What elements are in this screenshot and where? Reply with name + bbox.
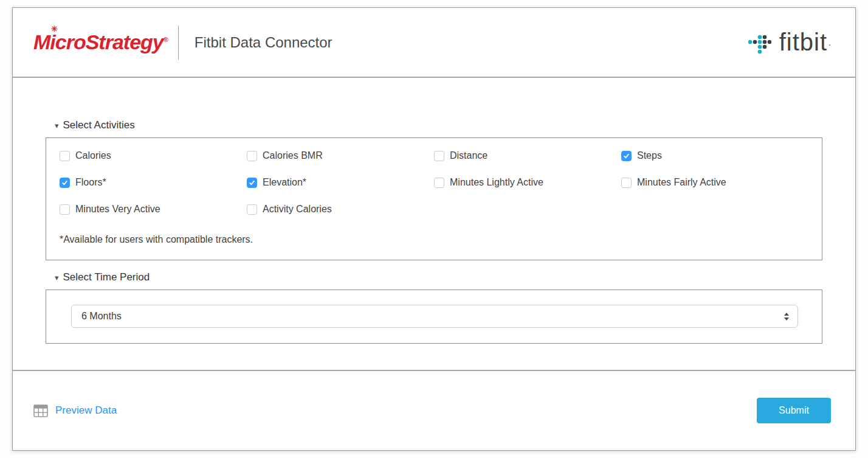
fitbit-dots-icon	[748, 35, 771, 54]
activity-label[interactable]: Steps	[637, 150, 662, 161]
activity-item: Activity Calories	[247, 204, 434, 215]
activity-checkbox[interactable]	[621, 151, 632, 161]
gear-icon: ✳	[51, 24, 58, 33]
section-label: Select Activities	[63, 119, 135, 131]
activity-checkbox[interactable]	[621, 178, 632, 188]
time-period-select[interactable]: 6 Months	[71, 305, 798, 328]
activity-label[interactable]: Activity Calories	[263, 204, 332, 215]
select-updown-icon	[784, 313, 789, 321]
activity-item: Minutes Very Active	[60, 204, 247, 215]
submit-button[interactable]: Submit	[757, 398, 831, 423]
activity-item: Elevation*	[247, 177, 434, 188]
preview-data-link[interactable]: Preview Data	[33, 404, 117, 417]
activity-item: Minutes Lightly Active	[434, 177, 621, 188]
microstrategy-logo: MicroStrategy® ✳	[33, 30, 168, 54]
activity-item: Calories BMR	[247, 150, 434, 161]
activity-item: Steps	[621, 150, 808, 161]
activity-checkbox[interactable]	[60, 151, 70, 161]
activity-label[interactable]: Calories	[75, 150, 111, 161]
activity-label[interactable]: Floors*	[75, 177, 106, 188]
activity-checkbox[interactable]	[247, 151, 257, 161]
activity-item: Floors*	[60, 177, 247, 188]
activity-label[interactable]: Minutes Very Active	[75, 204, 160, 215]
registered-mark: ®	[164, 36, 168, 43]
activity-checkbox[interactable]	[60, 204, 70, 215]
microstrategy-wordmark: MicroStrategy	[33, 30, 164, 54]
time-period-value: 6 Months	[81, 311, 122, 322]
activity-checkbox[interactable]	[247, 178, 257, 188]
section-label: Select Time Period	[63, 271, 150, 283]
fitbit-trademark-dot: .	[828, 38, 831, 47]
header-divider	[178, 26, 179, 60]
check-icon	[623, 153, 630, 159]
fitbit-wordmark: fitbit	[779, 29, 827, 56]
activity-checkbox[interactable]	[434, 151, 444, 161]
activity-label[interactable]: Minutes Fairly Active	[637, 177, 726, 188]
table-grid-icon	[33, 404, 48, 417]
activity-item: Distance	[434, 150, 621, 161]
connector-window: MicroStrategy® ✳ Fitbit Data Connector f…	[12, 7, 856, 451]
preview-data-label: Preview Data	[55, 404, 117, 417]
page-title: Fitbit Data Connector	[195, 34, 332, 51]
footer: Preview Data Submit	[13, 370, 855, 450]
activity-label[interactable]: Elevation*	[263, 177, 306, 188]
activity-checkbox[interactable]	[247, 204, 257, 215]
check-icon	[249, 179, 255, 186]
fitbit-logo: fitbit .	[748, 29, 831, 56]
activity-label[interactable]: Minutes Lightly Active	[450, 177, 543, 188]
activity-item: Minutes Fairly Active	[621, 177, 808, 188]
activity-item: Calories	[60, 150, 247, 161]
activity-checkbox[interactable]	[434, 178, 444, 188]
select-activities-header[interactable]: ▾ Select Activities	[55, 119, 822, 131]
chevron-down-icon: ▾	[55, 122, 59, 130]
check-icon	[61, 179, 68, 186]
activity-label[interactable]: Calories BMR	[263, 150, 323, 161]
activities-panel: Calories Calories BMR Distance	[46, 137, 822, 260]
main-content: ▾ Select Activities Calories	[13, 78, 855, 370]
header: MicroStrategy® ✳ Fitbit Data Connector f…	[13, 8, 855, 78]
activity-label[interactable]: Distance	[450, 150, 487, 161]
trackers-footnote: *Available for users with compatible tra…	[60, 234, 808, 245]
chevron-down-icon: ▾	[55, 274, 59, 282]
time-period-panel: 6 Months	[46, 290, 822, 344]
select-time-period-header[interactable]: ▾ Select Time Period	[55, 271, 822, 283]
activity-checkbox[interactable]	[60, 178, 70, 188]
activities-grid: Calories Calories BMR Distance	[60, 150, 808, 215]
